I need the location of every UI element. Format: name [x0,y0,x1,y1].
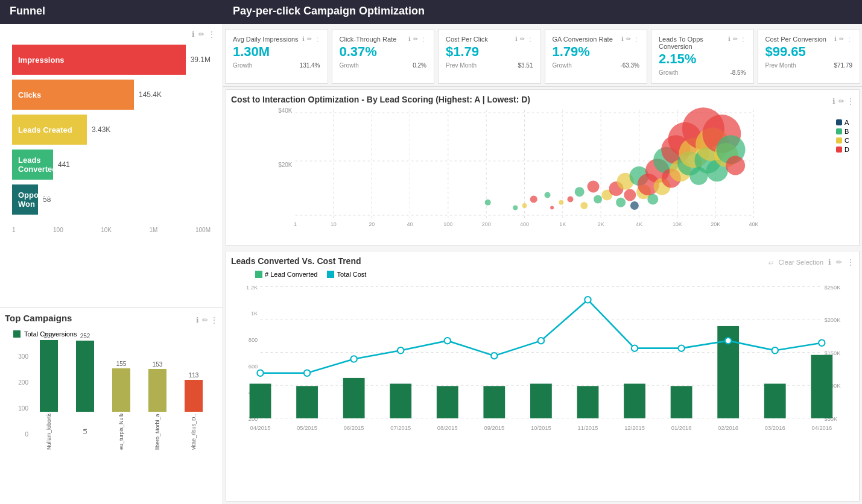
trend-more-icon[interactable]: ⋮ [847,258,854,266]
trend-bar [624,383,645,418]
svg-text:4K: 4K [636,221,642,227]
kpi-label: GA Conversion Rate [553,36,613,43]
trend-line-point [772,347,778,353]
bubble [530,196,537,203]
kpi-sub: Prev Month $3.51 [446,62,533,69]
campaigns-info-icon[interactable]: ℹ [196,316,199,324]
bubble [588,181,600,193]
kpi-info-icon[interactable]: ℹ [515,36,518,42]
campaigns-icons: ℹ ✏ ⋮ [196,314,218,325]
trend-line-point [538,338,544,344]
funnel-bar-label: Opportunity Won [18,191,63,209]
funnel-edit-icon[interactable]: ✏ [198,30,204,39]
svg-text:800: 800 [249,337,258,343]
kpi-more-icon[interactable]: ⋮ [527,36,533,42]
funnel-axis: 1 100 10K 1M 100M [5,224,218,236]
svg-text:20K: 20K [711,221,720,227]
funnel-more-icon[interactable]: ⋮ [208,30,215,39]
funnel-section: ℹ ✏ ⋮ Impressions 39.1M Clicks 145.4K Le… [0,24,223,307]
bubble [550,206,554,210]
campaigns-title: Top Campaigns [5,313,72,323]
funnel-info-icon[interactable]: ℹ [192,30,195,39]
kpi-more-icon[interactable]: ⋮ [740,36,746,42]
trend-line-point [257,370,263,376]
funnel-bar-row: Clicks 145.4K [12,80,211,110]
funnel-bar: Impressions [12,45,186,75]
campaigns-legend-icon [13,330,21,338]
kpi-info-icon[interactable]: ℹ [408,36,411,42]
trend-bar [343,378,365,418]
campaign-bar-col: 155 eu_turpis_Nulla_... [106,361,137,450]
kpi-info-icon[interactable]: ℹ [302,36,305,42]
kpi-more-icon[interactable]: ⋮ [420,36,426,42]
kpi-edit-icon[interactable]: ✏ [307,36,312,42]
svg-text:10: 10 [331,221,337,227]
kpi-value: 1.79% [553,44,640,60]
dashboard: Funnel Pay-per-click Campaign Optimizati… [0,0,862,504]
kpi-more-icon[interactable]: ⋮ [846,36,852,42]
trend-bar [671,386,692,418]
campaign-bar-col: 113 vitae_risus_D... [178,372,209,450]
kpi-value: 0.37% [340,44,427,60]
kpi-card: Cost Per Click ℹ ✏ ⋮ $1.79 Prev Month $3… [438,29,541,84]
total-cost-legend-icon [327,271,334,278]
trend-bar [483,386,505,418]
kpi-edit-icon[interactable]: ✏ [733,36,738,42]
kpi-more-icon[interactable]: ⋮ [633,36,639,42]
trend-bar [296,386,318,418]
trend-edit-icon[interactable]: ✏ [836,258,842,266]
svg-text:20: 20 [369,221,375,227]
bubble-info-icon[interactable]: ℹ [832,97,835,106]
campaigns-more-icon[interactable]: ⋮ [211,316,218,324]
kpi-sub-left: Growth [553,62,572,69]
campaigns-toolbar: Top Campaigns ℹ ✏ ⋮ [5,313,218,326]
kpi-info-icon[interactable]: ℹ [621,36,624,42]
kpi-sub-right: -8.5% [730,69,746,76]
bubble-legend-label: A [845,119,849,126]
bubble-title: Cost to Interaction Optimization - By Le… [231,95,530,104]
funnel-bar-label: Leads Created [18,125,72,134]
funnel-bar-label: Leads Converted [18,156,57,174]
svg-text:06/2015: 06/2015 [344,425,364,431]
clear-selection-icon: ▱ [769,259,773,266]
kpi-sub-right: -63.3% [620,62,639,69]
bubble [485,200,491,206]
funnel-bar-row: Opportunity Won 58 [12,184,211,215]
trend-section: Leads Converted Vs. Cost Trend ▱ Clear S… [226,251,860,502]
bubble [559,200,563,205]
trend-info-icon[interactable]: ℹ [828,258,831,266]
kpi-card: Leads To Opps Conversion ℹ ✏ ⋮ 2.15% Gro… [651,29,754,84]
bubble-edit-icon[interactable]: ✏ [838,97,845,106]
camp-bar-value: 252 [80,333,90,339]
legend-lead-label: # Lead Converted [265,271,317,278]
svg-text:03/2016: 03/2016 [765,425,785,431]
kpi-info-icon[interactable]: ℹ [728,36,730,42]
kpi-edit-icon[interactable]: ✏ [839,36,844,42]
svg-text:40: 40 [407,221,413,227]
kpi-more-icon[interactable]: ⋮ [314,36,320,42]
legend-total-cost: Total Cost [327,271,366,278]
campaigns-edit-icon[interactable]: ✏ [202,316,208,324]
kpi-edit-icon[interactable]: ✏ [626,36,631,42]
bubble [594,195,602,204]
svg-text:08/2015: 08/2015 [437,425,458,431]
camp-bar-rect [76,341,94,412]
trend-line-point [819,340,825,346]
trend-toolbar: Leads Converted Vs. Cost Trend ▱ Clear S… [231,256,854,268]
bubble [575,187,585,197]
bubble-legend-item: A [836,119,849,126]
svg-text:2K: 2K [598,221,604,227]
clear-selection-text[interactable]: Clear Selection [778,259,823,266]
bubble [647,194,658,205]
kpi-value: $1.79 [446,44,533,60]
svg-text:1: 1 [294,221,297,227]
svg-text:02/2016: 02/2016 [718,425,738,431]
kpi-sub: Growth -8.5% [659,69,746,76]
funnel-bar: Opportunity Won [12,184,38,215]
kpi-edit-icon[interactable]: ✏ [413,36,418,42]
bubble-more-icon[interactable]: ⋮ [847,97,854,106]
kpi-info-icon[interactable]: ℹ [834,36,837,42]
kpi-edit-icon[interactable]: ✏ [520,36,525,42]
trend-line-point [304,370,310,376]
camp-bar-label: Nullam_lobortis... [46,414,52,450]
